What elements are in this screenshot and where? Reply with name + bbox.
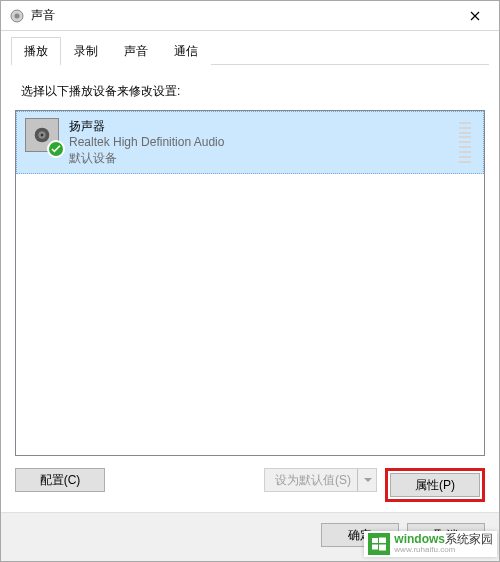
configure-button[interactable]: 配置(C) bbox=[15, 468, 105, 492]
svg-rect-6 bbox=[379, 538, 386, 544]
watermark: windows系统家园 www.ruhaifu.com bbox=[364, 531, 497, 557]
level-meter bbox=[459, 122, 471, 163]
tab-strip: 播放 录制 声音 通信 bbox=[11, 36, 489, 65]
tab-sounds[interactable]: 声音 bbox=[111, 37, 161, 65]
svg-rect-5 bbox=[372, 538, 378, 543]
sound-dialog: 声音 播放 录制 声音 通信 选择以下播放设备来修改设置: bbox=[0, 0, 500, 562]
tabs-container: 播放 录制 声音 通信 bbox=[1, 31, 499, 65]
instruction-text: 选择以下播放设备来修改设置: bbox=[21, 83, 485, 100]
window-title: 声音 bbox=[31, 7, 455, 24]
windows-logo-icon bbox=[368, 533, 390, 555]
device-description: Realtek High Definition Audio bbox=[69, 134, 224, 150]
set-default-button[interactable]: 设为默认值(S) bbox=[264, 468, 377, 492]
svg-point-4 bbox=[41, 134, 44, 137]
tab-communications[interactable]: 通信 bbox=[161, 37, 211, 65]
svg-rect-8 bbox=[379, 545, 386, 551]
device-name: 扬声器 bbox=[69, 118, 224, 134]
device-item[interactable]: 扬声器 Realtek High Definition Audio 默认设备 bbox=[16, 111, 484, 174]
tab-playback[interactable]: 播放 bbox=[11, 37, 61, 65]
device-status: 默认设备 bbox=[69, 150, 224, 166]
watermark-url: www.ruhaifu.com bbox=[394, 546, 493, 555]
tab-content: 选择以下播放设备来修改设置: 扬声器 Realtek High Definiti… bbox=[1, 65, 499, 512]
chevron-down-icon bbox=[357, 469, 372, 491]
tab-recording[interactable]: 录制 bbox=[61, 37, 111, 65]
device-text: 扬声器 Realtek High Definition Audio 默认设备 bbox=[69, 118, 224, 167]
close-button[interactable] bbox=[455, 2, 495, 30]
action-button-row: 配置(C) 设为默认值(S) 属性(P) bbox=[15, 468, 485, 502]
device-list[interactable]: 扬声器 Realtek High Definition Audio 默认设备 bbox=[15, 110, 485, 456]
default-check-icon bbox=[47, 140, 65, 158]
svg-point-1 bbox=[15, 13, 20, 18]
svg-rect-7 bbox=[372, 545, 378, 550]
sound-app-icon bbox=[9, 8, 25, 24]
properties-button[interactable]: 属性(P) bbox=[390, 473, 480, 497]
device-icon-wrap bbox=[25, 118, 61, 154]
titlebar: 声音 bbox=[1, 1, 499, 31]
highlight-annotation: 属性(P) bbox=[385, 468, 485, 502]
